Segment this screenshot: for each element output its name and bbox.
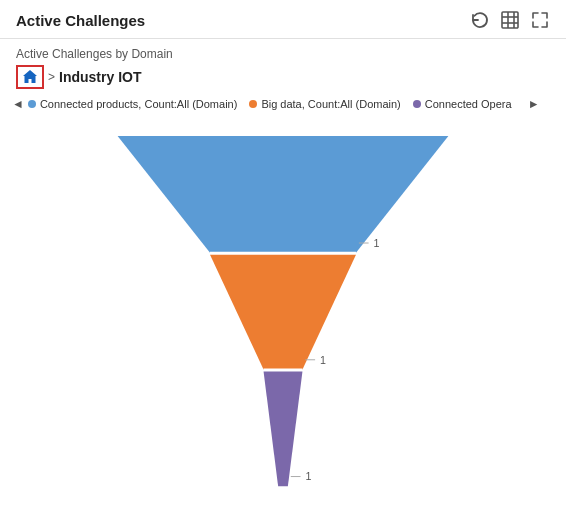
breadcrumb-separator: > <box>48 70 55 84</box>
legend-left-arrow[interactable]: ◄ <box>8 97 28 111</box>
funnel-segment-1[interactable] <box>210 254 356 369</box>
legend-item-0: Connected products, Count:All (Domain) <box>28 98 237 110</box>
chart-area: 1 1 1 <box>0 115 566 524</box>
funnel-chart: 1 1 1 <box>113 136 453 496</box>
expand-icon[interactable] <box>530 10 550 30</box>
funnel-segment-0[interactable] <box>118 136 449 253</box>
breadcrumb-label: Industry IOT <box>59 69 141 85</box>
legend-dot-0 <box>28 100 36 108</box>
home-button[interactable] <box>16 65 44 89</box>
header-icons <box>470 10 550 30</box>
legend-label-2: Connected Opera <box>425 98 512 110</box>
svg-text:1: 1 <box>373 236 379 248</box>
refresh-icon[interactable] <box>470 10 490 30</box>
legend-right-arrow[interactable]: ► <box>524 97 544 111</box>
legend-row: ◄ Connected products, Count:All (Domain)… <box>0 93 566 115</box>
legend-item-2: Connected Opera <box>413 98 512 110</box>
legend-label-1: Big data, Count:All (Domain) <box>261 98 400 110</box>
svg-text:1: 1 <box>305 470 311 482</box>
page-container: Active Challenges <box>0 0 566 524</box>
table-icon[interactable] <box>500 10 520 30</box>
breadcrumb-row: > Industry IOT <box>16 65 550 89</box>
section-label: Active Challenges by Domain <box>16 47 550 61</box>
legend-dot-2 <box>413 100 421 108</box>
svg-rect-0 <box>502 12 518 28</box>
legend-item-1: Big data, Count:All (Domain) <box>249 98 400 110</box>
svg-text:1: 1 <box>320 353 326 365</box>
legend-dot-1 <box>249 100 257 108</box>
header: Active Challenges <box>0 0 566 39</box>
nav-area: Active Challenges by Domain > Industry I… <box>0 39 566 93</box>
funnel-segment-2[interactable] <box>264 371 303 486</box>
page-title: Active Challenges <box>16 12 145 29</box>
legend-label-0: Connected products, Count:All (Domain) <box>40 98 237 110</box>
